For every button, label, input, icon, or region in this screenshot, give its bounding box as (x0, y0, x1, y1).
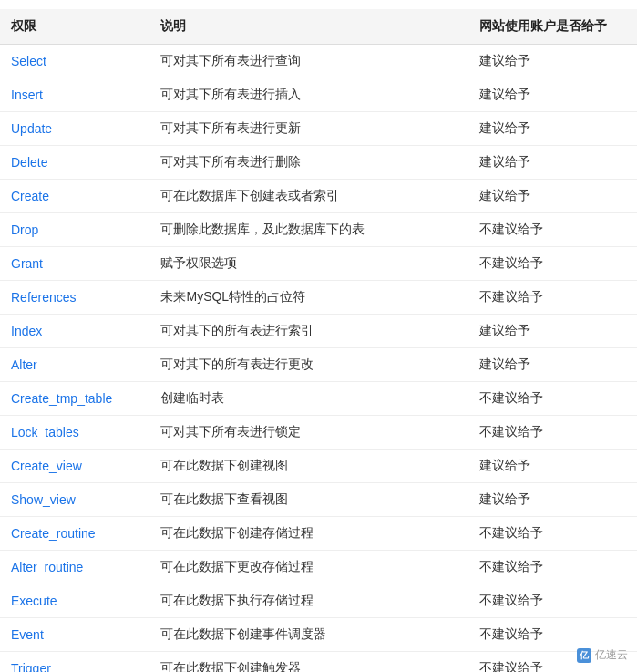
cell-description: 可对其下所有表进行插入 (149, 78, 468, 112)
cell-description: 未来MySQL特性的占位符 (149, 281, 468, 315)
table-row: Create可在此数据库下创建表或者索引建议给予 (0, 180, 637, 213)
cell-recommendation: 建议给予 (468, 348, 637, 382)
table-row: Execute可在此数据下执行存储过程不建议给予 (0, 584, 637, 618)
cell-recommendation: 建议给予 (468, 483, 637, 517)
cell-description: 可对其下所有表进行删除 (149, 146, 468, 180)
table-row: Drop可删除此数据库，及此数据库下的表不建议给予 (0, 213, 637, 247)
table-row: Grant赋予权限选项不建议给予 (0, 247, 637, 281)
table-row: Create_tmp_table创建临时表不建议给予 (0, 382, 637, 416)
cell-description: 可对其下所有表进行查询 (149, 45, 468, 78)
table-row: Delete可对其下所有表进行删除建议给予 (0, 146, 637, 180)
cell-recommendation: 建议给予 (468, 315, 637, 348)
table-row: Update可对其下所有表进行更新建议给予 (0, 112, 637, 146)
cell-description: 可在此数据下创建视图 (149, 450, 468, 483)
cell-privilege: Create_tmp_table (0, 382, 149, 416)
privileges-table: 权限 说明 网站使用账户是否给予 Select可对其下所有表进行查询建议给予In… (0, 9, 637, 672)
cell-description: 可对其下的所有表进行更改 (149, 348, 468, 382)
cell-privilege: Alter_routine (0, 551, 149, 584)
cell-description: 可在此数据下创建触发器 (149, 652, 468, 673)
table-row: Select可对其下所有表进行查询建议给予 (0, 45, 637, 78)
cell-recommendation: 建议给予 (468, 78, 637, 112)
cell-privilege: Create_view (0, 450, 149, 483)
cell-description: 创建临时表 (149, 382, 468, 416)
cell-description: 可对其下所有表进行更新 (149, 112, 468, 146)
table-row: Insert可对其下所有表进行插入建议给予 (0, 78, 637, 112)
watermark-text: 亿速云 (595, 647, 628, 663)
cell-privilege: Create_routine (0, 517, 149, 551)
cell-privilege: Lock_tables (0, 416, 149, 450)
table-row: Show_view可在此数据下查看视图建议给予 (0, 483, 637, 517)
cell-privilege: Update (0, 112, 149, 146)
table-row: Lock_tables可对其下所有表进行锁定不建议给予 (0, 416, 637, 450)
cell-recommendation: 建议给予 (468, 450, 637, 483)
cell-recommendation: 建议给予 (468, 180, 637, 213)
cell-recommendation: 不建议给予 (468, 382, 637, 416)
cell-privilege: Show_view (0, 483, 149, 517)
table-row: Create_routine可在此数据下创建存储过程不建议给予 (0, 517, 637, 551)
cell-recommendation: 不建议给予 (468, 584, 637, 618)
cell-description: 可在此数据库下创建表或者索引 (149, 180, 468, 213)
cell-privilege: Execute (0, 584, 149, 618)
table-row: Alter可对其下的所有表进行更改建议给予 (0, 348, 637, 382)
cell-privilege: Drop (0, 213, 149, 247)
cell-recommendation: 不建议给予 (468, 618, 637, 652)
header-recommendation: 网站使用账户是否给予 (468, 9, 637, 45)
cell-description: 可删除此数据库，及此数据库下的表 (149, 213, 468, 247)
cell-recommendation: 建议给予 (468, 45, 637, 78)
cell-description: 可对其下的所有表进行索引 (149, 315, 468, 348)
cell-recommendation: 建议给予 (468, 146, 637, 180)
header-privilege: 权限 (0, 9, 149, 45)
cell-description: 可在此数据下执行存储过程 (149, 584, 468, 618)
cell-recommendation: 不建议给予 (468, 281, 637, 315)
table-row: Trigger可在此数据下创建触发器不建议给予 (0, 652, 637, 673)
cell-description: 可在此数据下查看视图 (149, 483, 468, 517)
cell-privilege: Trigger (0, 652, 149, 673)
cell-privilege: Create (0, 180, 149, 213)
cell-privilege: Event (0, 618, 149, 652)
table-row: References未来MySQL特性的占位符不建议给予 (0, 281, 637, 315)
table-header-row: 权限 说明 网站使用账户是否给予 (0, 9, 637, 45)
header-description: 说明 (149, 9, 468, 45)
privileges-table-container: 权限 说明 网站使用账户是否给予 Select可对其下所有表进行查询建议给予In… (0, 0, 637, 672)
cell-description: 赋予权限选项 (149, 247, 468, 281)
cell-privilege: Alter (0, 348, 149, 382)
cell-recommendation: 不建议给予 (468, 416, 637, 450)
cell-description: 可对其下所有表进行锁定 (149, 416, 468, 450)
table-row: Event可在此数据下创建事件调度器不建议给予 (0, 618, 637, 652)
watermark: 亿 亿速云 (577, 647, 628, 663)
table-row: Alter_routine可在此数据下更改存储过程不建议给予 (0, 551, 637, 584)
table-body: Select可对其下所有表进行查询建议给予Insert可对其下所有表进行插入建议… (0, 45, 637, 673)
cell-recommendation: 建议给予 (468, 112, 637, 146)
cell-privilege: References (0, 281, 149, 315)
cell-privilege: Delete (0, 146, 149, 180)
cell-recommendation: 不建议给予 (468, 551, 637, 584)
table-row: Index可对其下的所有表进行索引建议给予 (0, 315, 637, 348)
cell-privilege: Grant (0, 247, 149, 281)
cell-description: 可在此数据下创建事件调度器 (149, 618, 468, 652)
cell-description: 可在此数据下创建存储过程 (149, 517, 468, 551)
cell-recommendation: 不建议给予 (468, 213, 637, 247)
cell-recommendation: 不建议给予 (468, 247, 637, 281)
cell-privilege: Insert (0, 78, 149, 112)
cell-privilege: Index (0, 315, 149, 348)
cell-description: 可在此数据下更改存储过程 (149, 551, 468, 584)
table-row: Create_view可在此数据下创建视图建议给予 (0, 450, 637, 483)
cell-recommendation: 不建议给予 (468, 517, 637, 551)
watermark-icon: 亿 (577, 648, 591, 663)
cell-privilege: Select (0, 45, 149, 78)
